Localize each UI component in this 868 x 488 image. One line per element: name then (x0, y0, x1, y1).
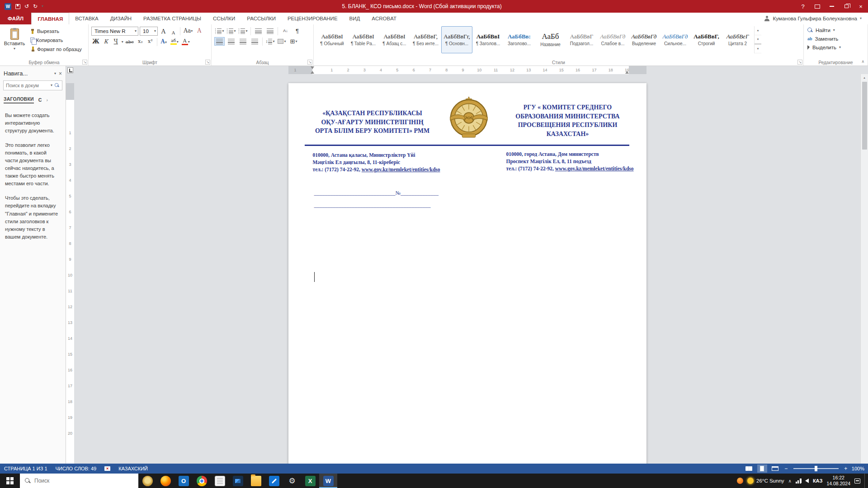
taskbar-icon-explorer[interactable] (247, 474, 265, 488)
style-item[interactable]: АаБбВвІ ¶ Абзац с... (379, 26, 410, 53)
clear-formatting-button[interactable]: А (195, 27, 203, 36)
change-case-button[interactable]: Аа▾ (183, 27, 193, 36)
taskbar-icon-emblem[interactable] (138, 474, 156, 488)
replace-button[interactable]: abЗаменить (806, 34, 866, 43)
style-item[interactable]: АаБбВвГг, ¶ Основн... (441, 26, 472, 53)
taskbar-icon-photos[interactable] (229, 474, 247, 488)
customize-qat-icon[interactable]: ▾ (42, 5, 43, 8)
undo-icon[interactable]: ↺ (24, 4, 29, 9)
ribbon-tab[interactable]: ГЛАВНАЯ (31, 13, 69, 24)
website-link[interactable]: www.gov.kz/memleket/entities/kdso (362, 167, 440, 172)
volume-icon[interactable] (805, 479, 809, 483)
justify-button[interactable] (250, 37, 260, 46)
zoom-slider-thumb[interactable] (815, 466, 817, 471)
collapse-ribbon-button[interactable]: ∧ (861, 59, 864, 64)
ribbon-tab[interactable]: РАССЫЛКИ (241, 13, 282, 24)
paragraph-dialog-launcher[interactable]: ↘ (307, 60, 312, 65)
style-item[interactable]: АаБбВвГд Выделение (628, 26, 660, 53)
weather-widget[interactable]: 26°C Sunny (747, 478, 784, 484)
font-color-button[interactable]: А▾ (181, 38, 191, 46)
ribbon-tab[interactable]: РАЗМЕТКА СТРАНИЦЫ (137, 13, 207, 24)
vertical-scrollbar[interactable]: ▴ (860, 74, 868, 464)
hanging-indent-marker[interactable] (311, 71, 314, 74)
style-item[interactable]: АаБбВеГ Цитата 2 (722, 26, 753, 53)
bold-button[interactable]: Ж (91, 38, 100, 46)
copy-button[interactable]: Копировать (29, 36, 83, 44)
strikethrough-button[interactable]: abc (125, 38, 135, 46)
redo-icon[interactable]: ↻ (33, 4, 38, 9)
style-item[interactable]: АаБбВвГ, Строгий (691, 26, 722, 53)
document-page[interactable]: «ҚАЗАҚСТАН РЕСПУБЛИКАСЫОҚУ-АҒАРТУ МИНИСТ… (288, 83, 646, 464)
taskbar-icon-chrome[interactable] (193, 474, 211, 488)
style-item[interactable]: АаБбВвГд Слабое в... (597, 26, 628, 53)
paste-button[interactable]: Вставить ▾ (2, 26, 27, 53)
page-indicator[interactable]: СТРАНИЦА 1 ИЗ 1 (0, 464, 52, 474)
taskbar-icon-settings[interactable]: ⚙ (283, 474, 301, 488)
search-icon[interactable] (55, 83, 59, 88)
taskbar-icon-firefox[interactable] (156, 474, 175, 488)
zoom-in-button[interactable]: + (843, 465, 849, 472)
print-layout-button[interactable] (757, 465, 767, 473)
web-layout-button[interactable] (770, 465, 780, 473)
action-center-icon[interactable] (854, 479, 860, 483)
taskbar-icon-word[interactable]: W (319, 474, 337, 488)
style-item[interactable]: АаБбВвІ ¶ Обычный (316, 26, 348, 53)
bullets-button[interactable]: ▾ (214, 27, 225, 35)
language-indicator[interactable]: КАЗАХСКИЙ (114, 464, 152, 474)
align-center-button[interactable] (226, 37, 236, 46)
nav-tabs-overflow-icon[interactable]: › (47, 97, 48, 103)
line-spacing-button[interactable]: ↕▾ (265, 37, 275, 46)
paste-dropdown-icon[interactable]: ▾ (14, 47, 15, 51)
zoom-slider[interactable] (793, 468, 839, 469)
clipboard-dialog-launcher[interactable]: ↘ (82, 60, 87, 65)
style-item[interactable]: АаБбВвГд Сильное... (660, 26, 691, 53)
underline-button[interactable]: Ч (112, 38, 120, 46)
scroll-up-icon[interactable]: ▴ (861, 74, 868, 81)
style-item[interactable]: АаБбВвІ ¶ Table Pa... (348, 26, 379, 53)
navigation-options-icon[interactable]: ▾ (54, 72, 56, 75)
superscript-button[interactable]: х² (146, 38, 155, 46)
styles-more-button[interactable]: ▾ (755, 44, 761, 53)
styles-scroll-down-button[interactable]: ▾ (755, 35, 761, 44)
decrease-indent-button[interactable] (253, 27, 264, 35)
shading-button[interactable]: ▾ (277, 37, 287, 46)
scrollbar-thumb[interactable] (862, 82, 867, 150)
read-mode-button[interactable] (744, 465, 754, 473)
find-button[interactable]: Найти▾ (806, 26, 866, 34)
style-item[interactable]: АаБб Название (535, 26, 566, 53)
website-link[interactable]: www.gov.kz/memleket/entities/kdso (555, 166, 634, 171)
font-size-combo[interactable]: 10▾ (140, 27, 158, 36)
hidden-icons-chevron[interactable]: ∧ (788, 479, 792, 483)
navigation-close-icon[interactable]: × (59, 70, 62, 77)
multilevel-list-button[interactable]: ▾ (238, 27, 248, 35)
close-button[interactable]: × (854, 0, 868, 13)
letterhead-left-title[interactable]: «ҚАЗАҚСТАН РЕСПУБЛИКАСЫОҚУ-АҒАРТУ МИНИСТ… (300, 109, 445, 136)
tab-file[interactable]: ФАЙЛ (0, 13, 31, 24)
style-item[interactable]: АаБбВвІ ¶ Заголов... (472, 26, 504, 53)
tray-app-icon[interactable] (737, 478, 743, 484)
align-right-button[interactable] (238, 37, 248, 46)
taskbar-icon-notepad[interactable] (211, 474, 229, 488)
subscript-button[interactable]: х₂ (136, 38, 145, 46)
taskbar-icon-app-blue[interactable] (265, 474, 283, 488)
numbering-button[interactable]: ▾ (226, 27, 236, 35)
show-desktop-button[interactable] (864, 474, 867, 488)
ribbon-display-options-icon[interactable] (810, 0, 825, 13)
increase-indent-button[interactable] (265, 27, 275, 35)
right-indent-marker[interactable] (625, 71, 629, 74)
document-blank-line[interactable]: ________________________________________… (314, 202, 431, 209)
styles-scroll-up-button[interactable]: ▴ (755, 26, 761, 35)
styles-dialog-launcher[interactable]: ↘ (797, 60, 802, 65)
zoom-level[interactable]: 100% (852, 466, 864, 471)
highlight-button[interactable]: аб▾ (170, 38, 179, 46)
zoom-out-button[interactable]: − (783, 465, 789, 472)
ribbon-tab[interactable]: ВИД (344, 13, 366, 24)
help-icon[interactable]: ? (796, 0, 810, 13)
navigation-search-box[interactable]: ▾ (3, 80, 62, 90)
text-effects-button[interactable]: А▾ (160, 38, 168, 46)
start-button[interactable] (0, 474, 20, 488)
clock[interactable]: 16:2214.08.2024 (826, 475, 850, 487)
font-dialog-launcher[interactable]: ↘ (205, 60, 210, 65)
proofing-status[interactable]: × (100, 464, 114, 474)
taskbar-icon-excel[interactable]: X (301, 474, 319, 488)
